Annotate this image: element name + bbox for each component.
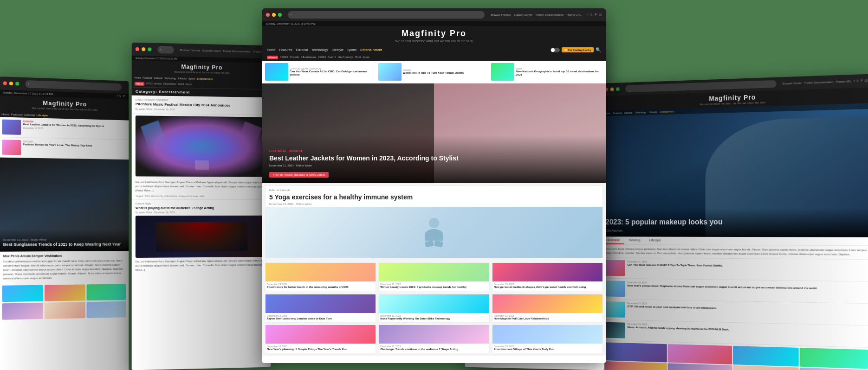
stage-title: What is playing out to the audience ? St…	[136, 206, 267, 210]
dark-mode-toggle[interactable]	[551, 48, 560, 52]
yoga-img	[266, 207, 602, 258]
min-dot-l[interactable]	[142, 47, 145, 51]
yoga-figure	[425, 218, 443, 247]
fr-thumb-3	[605, 301, 625, 318]
top-info-3: Travel New National Geographic's list of…	[516, 67, 603, 77]
feeling-lucky-btn[interactable]: 🔀 I'm Feeling Lucky	[562, 47, 594, 52]
article-thumb-2	[2, 140, 21, 155]
ig-2	[667, 344, 732, 364]
grid-img-5	[45, 302, 85, 319]
toggle-thumb	[551, 48, 555, 52]
nav-editorial[interactable]: Editorial	[25, 114, 35, 117]
nav-links-c: Home Featured Editorial Technology Lifes…	[267, 48, 382, 51]
nav-tech-l[interactable]: Technology	[164, 77, 176, 80]
hero-meta-c: December 11, 2023 · Walter White	[269, 164, 599, 167]
grid-card-body-4: December 13, 2023 Taylor Swift adds new …	[266, 313, 376, 322]
tab-trending[interactable]: Trending	[624, 236, 645, 244]
tag-photo-c[interactable]: #technology	[338, 56, 353, 59]
tag-2023-l[interactable]: #2023	[146, 82, 153, 86]
tag-ill-c[interactable]: #illustrations	[301, 56, 316, 59]
nav-home[interactable]: Home	[2, 113, 9, 116]
hero-btn-c[interactable]: The Full Picture: Navigate to News Detai…	[269, 172, 329, 178]
far-right-window: Support Center Theme Documentation Theme…	[601, 74, 868, 370]
maximize-dot[interactable]	[15, 82, 19, 85]
grid-card-9: December 13, 2023 Entertainment Village …	[492, 325, 603, 353]
main-c: Can You Wear Canada Al Can You Wear Cana…	[262, 61, 606, 356]
fr-info-2: December 13, 2023 New Year's perspective…	[628, 281, 817, 300]
url-c[interactable]: f	[288, 11, 485, 19]
tag-2024-l[interactable]: #2024	[178, 83, 184, 86]
hero-overlay-c: Editorial Fashion Best Leather Jackets f…	[262, 135, 606, 183]
center-chrome: f Browse Themes Support Center Theme Doc…	[262, 8, 606, 21]
grid-card-img-2	[379, 263, 489, 281]
nav-life-c[interactable]: Lifestyle	[331, 48, 343, 51]
tab-lifestyle[interactable]: Lifestyle	[645, 237, 665, 245]
address-bar[interactable]: f	[26, 80, 122, 91]
nav-sports-c[interactable]: Sports	[347, 48, 356, 51]
grid-card-img-5	[379, 294, 489, 313]
site-title-c: Magfinity Pro	[264, 29, 604, 38]
top-thumb-3	[491, 63, 514, 81]
tag-world-c[interactable]: #world	[328, 56, 336, 59]
tag-ill-l[interactable]: #illustrations	[163, 83, 176, 87]
tag-2024-c[interactable]: #2024	[318, 56, 326, 59]
top-art-3: Travel New National Geographic's list of…	[491, 63, 603, 81]
paragraph-heading: Mox Penis Arcula Semper Vestibulum	[3, 254, 125, 258]
grid-card-7: December 13, 2023 New Year's planning: 5…	[265, 325, 376, 353]
nav-life-l[interactable]: Lifestyle	[178, 77, 187, 80]
ig-1	[605, 342, 667, 362]
nav-feat-c[interactable]: Featured	[279, 48, 292, 51]
theater-scene	[155, 222, 248, 252]
url-fr[interactable]	[625, 80, 776, 93]
nav-featured[interactable]: Featured	[11, 113, 22, 116]
article-info-2: FASHION Fashion Trends for You'll Love: …	[23, 140, 92, 156]
grid-card-img-6	[492, 294, 602, 313]
nav-home-c[interactable]: Home	[267, 48, 276, 51]
article-title-2: Fashion Trends for You'll Love: The Mess…	[23, 143, 92, 148]
max-dot-l[interactable]	[148, 47, 151, 51]
tag-world-l[interactable]: #world	[186, 83, 193, 86]
nav-sport-l[interactable]: Sports	[188, 77, 195, 80]
grid-card-6: December 13, 2023 How Meghan Full Can Lo…	[492, 294, 603, 323]
tag-year-c[interactable]: #year	[363, 56, 369, 59]
address-bar-l[interactable]: f	[158, 46, 174, 54]
max-fr[interactable]	[616, 87, 620, 91]
min-c[interactable]	[272, 13, 276, 17]
search-icon-c[interactable]: 🔍	[596, 47, 601, 52]
grid-card-img-3	[492, 263, 602, 281]
concert-img	[136, 116, 267, 177]
portrait-overlay-text: 2023: 5 popular makeup looks you Clio Fa…	[601, 208, 868, 237]
max-c[interactable]	[278, 13, 282, 17]
ig-3	[732, 346, 798, 367]
date-label: Sunday, December 17 2023 5:19:01 PM	[3, 91, 53, 96]
close-dot[interactable]	[3, 81, 7, 85]
nav-lifestyle[interactable]: Lifestyle	[37, 114, 48, 117]
nav-ent-c[interactable]: Entertainment	[360, 48, 382, 51]
nav-ed-l[interactable]: Editorial	[154, 77, 162, 79]
grid-img-2	[45, 284, 85, 301]
tag-trends-c[interactable]: #trends	[290, 56, 299, 59]
nav-ent-l[interactable]: Entertainment	[197, 77, 213, 81]
gc-title-7: New Year's planning: 5 Simple Things The…	[267, 348, 374, 351]
fr-art-1: December 11, 2023 Can You Wear Glasses A…	[601, 258, 868, 282]
tag-news-c[interactable]: #News	[267, 56, 278, 59]
close-dot-l[interactable]	[136, 47, 139, 51]
tag-2023-c[interactable]: #2023	[280, 56, 288, 59]
close-c[interactable]	[266, 13, 270, 17]
grid-img-3	[86, 284, 126, 300]
articles-fr: December 11, 2023 Can You Wear Glasses A…	[601, 258, 868, 370]
nav-home-l[interactable]: Home	[135, 76, 141, 79]
nav-ed-c[interactable]: Editorial	[296, 48, 308, 51]
nav-tech-c[interactable]: Technology	[311, 48, 328, 51]
tag-news-l[interactable]: #News	[135, 82, 145, 85]
top-thumb-1	[265, 63, 288, 81]
fr-title-1: Can You Wear Glasses Al Well? 8 Tips To …	[628, 263, 723, 268]
text-content-fr: Cras justo ligula nibicula congue partur…	[605, 247, 867, 257]
nav-feat-l[interactable]: Featured	[143, 77, 152, 79]
tag-first-c[interactable]: #first	[355, 56, 361, 59]
left-window: f Browse Themes Support Center Theme Doc…	[132, 43, 271, 370]
minimize-dot[interactable]	[9, 82, 13, 85]
article-thumb-1	[2, 120, 21, 135]
tag-trends-l[interactable]: #trends	[154, 82, 162, 86]
min-fr[interactable]	[610, 88, 614, 91]
